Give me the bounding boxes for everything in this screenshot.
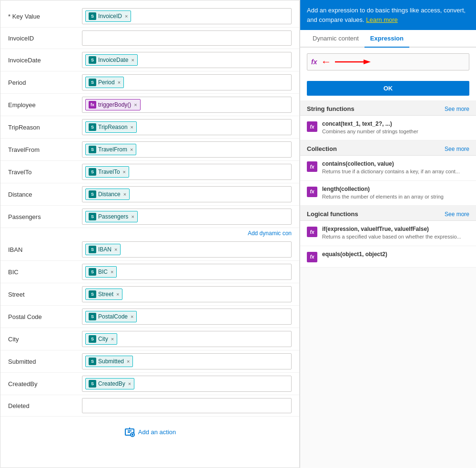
token-icon-teal: S xyxy=(89,146,96,153)
field-submitted[interactable]: S Submitted × xyxy=(82,353,292,369)
field-invoicedate[interactable]: S InvoiceDate × xyxy=(82,52,292,68)
label-period: Period xyxy=(8,79,82,86)
field-iban[interactable]: S IBAN × xyxy=(82,241,292,258)
token-close[interactable]: × xyxy=(118,80,121,85)
function-item-length[interactable]: fx length(collection) Returns the number… xyxy=(300,181,476,206)
field-distance[interactable]: S Distance × xyxy=(82,186,292,202)
field-keyvalue[interactable]: S InvoiceID × xyxy=(82,8,292,24)
add-dynamic-content-link[interactable]: Add dynamic con xyxy=(0,228,299,239)
see-more-collection[interactable]: See more xyxy=(445,146,469,152)
token-icon-teal: S xyxy=(89,213,96,220)
token-icon-teal: S xyxy=(89,358,96,365)
function-item-concat[interactable]: fx concat(text_1, text_2?, ...) Combines… xyxy=(300,116,476,140)
token-label: Period xyxy=(98,79,115,86)
function-desc-length: Returns the number of elements in an arr… xyxy=(322,193,469,200)
token-travelfrom[interactable]: S TravelFrom × xyxy=(85,144,136,155)
token-label: Passengers xyxy=(98,213,128,220)
ok-button[interactable]: OK xyxy=(307,81,469,96)
add-action-row[interactable]: Add an action xyxy=(0,417,299,447)
expression-input-row[interactable]: fx ← xyxy=(307,53,469,70)
field-period[interactable]: S Period × xyxy=(82,74,292,90)
form-row-submitted: Submitted S Submitted × xyxy=(0,350,299,373)
token-label: InvoiceDate xyxy=(98,57,128,63)
token-tripreason[interactable]: S TripReason × xyxy=(85,121,137,133)
form-row-city: City S City × xyxy=(0,328,299,350)
field-employee[interactable]: fx triggerBody() × xyxy=(82,97,292,113)
token-close[interactable]: × xyxy=(131,314,133,319)
field-deleted-empty[interactable] xyxy=(82,398,292,413)
fx-icon: fx xyxy=(311,58,317,66)
token-close[interactable]: × xyxy=(125,13,128,19)
field-street[interactable]: S Street × xyxy=(82,286,292,302)
form-row-distance: Distance S Distance × xyxy=(0,183,299,206)
token-icon-teal: S xyxy=(89,190,96,198)
function-name-equals: equals(object1, object2) xyxy=(322,251,469,258)
tab-expression[interactable]: Expression xyxy=(365,30,409,48)
token-iban[interactable]: S IBAN × xyxy=(85,244,121,255)
field-passengers[interactable]: S Passengers × xyxy=(82,209,292,225)
label-passengers: Passengers xyxy=(8,213,82,220)
token-invoicedate[interactable]: S InvoiceDate × xyxy=(85,54,138,66)
field-travelto[interactable]: S TravelTo × xyxy=(82,164,292,180)
token-close[interactable]: × xyxy=(131,124,133,130)
token-close[interactable]: × xyxy=(127,358,130,364)
token-city[interactable]: S City × xyxy=(85,333,117,345)
function-name-contains: contains(collection, value) xyxy=(322,160,469,167)
token-close[interactable]: × xyxy=(123,169,126,175)
form-panel: * Key Value S InvoiceID × InvoiceID Invo… xyxy=(0,0,300,468)
see-more-string[interactable]: See more xyxy=(445,106,469,112)
token-bic[interactable]: S BIC × xyxy=(85,266,117,278)
field-bic[interactable]: S BIC × xyxy=(82,264,292,280)
label-distance: Distance xyxy=(8,191,82,198)
field-travelfrom[interactable]: S TravelFrom × xyxy=(82,141,292,158)
token-label: TravelFrom xyxy=(98,146,127,153)
token-close[interactable]: × xyxy=(128,381,131,387)
expression-area: fx ← xyxy=(300,48,476,76)
function-desc-contains: Returns true if a dictionary contains a … xyxy=(322,168,469,175)
token-triggerbody[interactable]: fx triggerBody() × xyxy=(85,99,141,110)
token-label: City xyxy=(98,336,108,342)
token-createdby[interactable]: S CreatedBy × xyxy=(85,378,134,389)
func-icon-equals: fx xyxy=(307,252,317,262)
token-close[interactable]: × xyxy=(131,214,134,219)
token-passengers[interactable]: S Passengers × xyxy=(85,211,138,222)
token-distance[interactable]: S Distance × xyxy=(85,189,130,200)
label-travelto: TravelTo xyxy=(8,169,82,176)
token-close[interactable]: × xyxy=(111,269,113,275)
label-createdby: CreatedBy xyxy=(8,380,82,388)
token-invoiceid[interactable]: S InvoiceID × xyxy=(85,10,131,22)
token-travelto[interactable]: S TravelTo × xyxy=(85,166,129,178)
label-city: City xyxy=(8,336,82,343)
field-postalcode[interactable]: S PostalCode × xyxy=(82,309,292,325)
token-label: triggerBody() xyxy=(98,101,131,108)
token-close[interactable]: × xyxy=(131,57,134,63)
label-iban: IBAN xyxy=(8,246,82,253)
token-icon-teal: S xyxy=(89,79,96,86)
token-close[interactable]: × xyxy=(111,336,114,342)
token-close[interactable]: × xyxy=(134,102,137,108)
label-employee: Employee xyxy=(8,101,82,109)
function-item-contains[interactable]: fx contains(collection, value) Returns t… xyxy=(300,156,476,180)
field-city[interactable]: S City × xyxy=(82,331,292,347)
token-close[interactable]: × xyxy=(123,191,126,197)
field-createdby[interactable]: S CreatedBy × xyxy=(82,376,292,392)
field-invoiceid-empty[interactable] xyxy=(82,30,292,46)
label-postalcode: Postal Code xyxy=(8,313,82,320)
token-street[interactable]: S Street × xyxy=(85,289,122,300)
token-close[interactable]: × xyxy=(130,147,133,152)
token-submitted[interactable]: S Submitted × xyxy=(85,356,133,367)
section-title-collection: Collection xyxy=(307,145,337,152)
learn-more-link[interactable]: Learn more xyxy=(366,16,397,23)
function-item-equals[interactable]: fx equals(object1, object2) xyxy=(300,246,476,268)
token-postalcode[interactable]: S PostalCode × xyxy=(85,311,137,322)
see-more-logical[interactable]: See more xyxy=(445,211,469,218)
tab-dynamic-content[interactable]: Dynamic content xyxy=(307,30,365,48)
function-info-concat: concat(text_1, text_2?, ...) Combines an… xyxy=(322,120,469,135)
token-close[interactable]: × xyxy=(114,247,117,252)
token-close[interactable]: × xyxy=(116,291,119,297)
field-tripreason[interactable]: S TripReason × xyxy=(82,119,292,135)
form-row-street: Street S Street × xyxy=(0,283,299,306)
token-period[interactable]: S Period × xyxy=(85,77,124,88)
function-item-if[interactable]: fx if(expression, valueIfTrue, valueIfFa… xyxy=(300,221,476,246)
token-icon-teal: S xyxy=(89,123,96,131)
